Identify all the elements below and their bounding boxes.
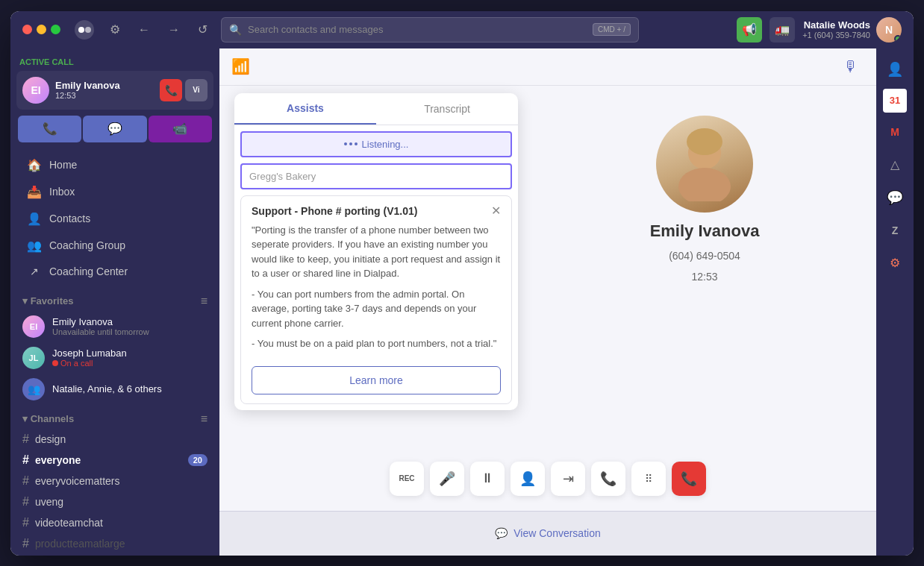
channel-uveng-name: uveng	[35, 496, 207, 508]
channel-productteamatlarge[interactable]: # productteamatlarge	[10, 533, 219, 554]
video-action-button[interactable]: 📹	[149, 116, 212, 142]
channel-everyone-badge: 20	[188, 454, 207, 466]
sidebar-item-coaching-center[interactable]: ↗ Coaching Center	[15, 260, 215, 283]
contact-phone-display: (604) 649-0504	[669, 250, 740, 262]
assist-body-line-1: "Porting is the transfer of a phone numb…	[252, 223, 501, 281]
pause-button[interactable]: ⏸	[470, 462, 505, 496]
nav-refresh[interactable]: ↺	[193, 19, 212, 40]
user-name: Natalie Woods	[802, 19, 870, 31]
learn-more-button[interactable]: Learn more	[252, 366, 501, 394]
nav-settings[interactable]: ⚙	[105, 19, 125, 40]
channel-everyone[interactable]: # everyone 20	[10, 450, 219, 471]
message-action-button[interactable]: 💬	[83, 116, 146, 142]
right-icon-gmail[interactable]: M	[881, 119, 908, 145]
hash-icon: #	[22, 495, 29, 509]
view-conversation[interactable]: 💬 View Conversation	[219, 511, 876, 556]
online-indicator	[894, 35, 902, 43]
favorites-add-icon[interactable]: ≡	[201, 295, 207, 308]
joseph-avatar: JL	[22, 347, 45, 369]
rec-button[interactable]: REC	[390, 462, 424, 496]
emily-status: Unavailable until tomorrow	[52, 327, 149, 336]
assist-card-header: Support - Phone # porting (V1.01) ✕	[241, 196, 511, 223]
add-person-button[interactable]: 👤	[511, 462, 545, 496]
call-avatar: EI	[22, 77, 49, 104]
right-icon-person[interactable]: 👤	[881, 56, 908, 83]
tab-assists[interactable]: Assists	[234, 93, 376, 125]
channel-everyvoicematters-name: everyvoicematters	[35, 475, 207, 487]
user-info: Natalie Woods +1 (604) 359-7840 N	[802, 17, 902, 43]
sidebar-item-home[interactable]: 🏠 Home	[15, 152, 215, 178]
channel-everyvoicematters[interactable]: # everyvoicematters	[10, 471, 219, 491]
nav-forward[interactable]: →	[163, 20, 184, 40]
assist-body-line-3: - You must be on a paid plan to port num…	[252, 336, 501, 351]
hash-icon: #	[22, 537, 29, 550]
app-logo	[72, 18, 96, 42]
notification-button[interactable]: 📢	[737, 17, 762, 43]
tab-transcript[interactable]: Transcript	[376, 93, 518, 125]
close-button[interactable]	[22, 25, 32, 34]
group-name: Natalie, Annie, & 6 others	[52, 383, 162, 394]
contact-photo	[656, 116, 753, 213]
channels-add-icon[interactable]: ≡	[201, 412, 207, 426]
signal-icon: 📶	[231, 57, 250, 75]
nav-back[interactable]: ←	[134, 20, 154, 40]
favorite-group[interactable]: 👥 Natalie, Annie, & 6 others	[10, 374, 219, 405]
svg-point-5	[687, 128, 722, 155]
end-call-button[interactable]: 📞	[672, 462, 706, 496]
channel-videoteamchat[interactable]: # videoteamchat	[10, 512, 219, 533]
svg-point-1	[78, 27, 84, 33]
keypad-button[interactable]: ⠿	[631, 462, 666, 496]
wave-dot-1	[344, 142, 347, 145]
search-shortcut: CMD + /	[593, 23, 631, 36]
wave-dot-2	[349, 142, 352, 145]
assist-close-button[interactable]: ✕	[491, 205, 501, 217]
group-avatar: 👥	[22, 378, 45, 400]
hold-button[interactable]: 📞	[591, 462, 625, 496]
sidebar-item-coaching-group[interactable]: 👥 Coaching Group	[15, 233, 215, 259]
transfer-button[interactable]: ⇥	[551, 462, 585, 496]
search-input[interactable]	[248, 24, 587, 35]
hash-icon: #	[22, 474, 29, 488]
conversation-icon: 💬	[495, 527, 508, 539]
user-avatar[interactable]: N	[876, 17, 902, 43]
hangup-button[interactable]: 📞	[160, 79, 182, 101]
phone-action-button[interactable]: 📞	[18, 116, 81, 142]
right-icon-drive[interactable]: △	[881, 151, 908, 178]
favorite-emily[interactable]: EI Emily Ivanova Unavailable until tomor…	[10, 311, 219, 342]
channels-label: Channels	[31, 413, 75, 424]
right-icon-chat[interactable]: 💬	[881, 184, 908, 211]
channel-uveng[interactable]: # uveng	[10, 491, 219, 512]
minimize-button[interactable]	[37, 25, 46, 34]
svg-point-4	[678, 168, 731, 201]
assist-card: Support - Phone # porting (V1.01) ✕ "Por…	[240, 195, 512, 404]
channel-design-name: design	[35, 433, 207, 445]
assist-search-input[interactable]: Gregg's Bakery	[240, 163, 512, 189]
joseph-status-text: On a call	[60, 359, 93, 368]
channel-videoteamchat-name: videoteamchat	[35, 517, 207, 529]
mic-icon-top[interactable]: 🎙	[837, 53, 864, 80]
truck-button[interactable]: 🚛	[770, 17, 795, 43]
search-icon: 🔍	[229, 24, 242, 36]
assist-card-body: "Porting is the transfer of a phone numb…	[241, 223, 511, 366]
right-icon-zendesk[interactable]: Z	[881, 217, 908, 244]
sidebar-item-coaching-center-label: Coaching Center	[49, 265, 128, 277]
right-panel: 👤 31 M △ 💬 Z ⚙	[876, 48, 914, 556]
mute-button[interactable]: 🎤	[430, 462, 464, 496]
maximize-button[interactable]	[51, 25, 60, 34]
emily-avatar: EI	[22, 315, 45, 338]
traffic-lights	[22, 25, 60, 34]
right-icon-hubspot[interactable]: ⚙	[881, 250, 908, 277]
active-call-row[interactable]: EI Emily Ivanova 12:53 📞 Vi	[16, 71, 213, 110]
search-bar[interactable]: 🔍 CMD + /	[221, 17, 639, 43]
sidebar-item-inbox[interactable]: 📥 Inbox	[15, 179, 215, 205]
sidebar-item-contacts[interactable]: 👤 Contacts	[15, 206, 215, 232]
right-icon-calendar[interactable]: 31	[883, 89, 907, 113]
video-call-badge[interactable]: Vi	[185, 79, 207, 101]
active-call-label: Active Call	[16, 54, 213, 71]
assists-tabs: Assists Transcript	[234, 93, 518, 125]
favorite-joseph[interactable]: JL Joseph Lumaban On a call	[10, 342, 219, 374]
hash-icon: #	[22, 453, 29, 467]
contact-info: Emily Ivanova (604) 649-0504 12:53	[533, 86, 876, 436]
nav-section: 🏠 Home 📥 Inbox 👤 Contacts 👥 Coaching Gro…	[10, 148, 219, 287]
channel-design[interactable]: # design	[10, 429, 219, 450]
